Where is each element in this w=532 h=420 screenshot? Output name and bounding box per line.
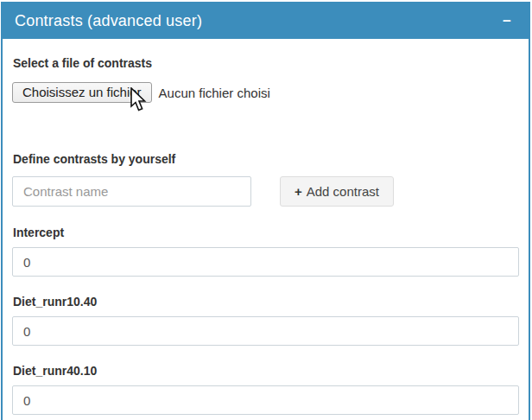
minus-icon: − [503,14,511,29]
contrast-field-intercept: Intercept [12,226,519,277]
file-section-label: Select a file of contrasts [13,56,519,70]
contrast-name-input[interactable] [12,176,251,207]
add-contrast-button[interactable]: + Add contrast [280,176,394,207]
panel-body: Select a file of contrasts Choisissez un… [3,39,529,420]
contrast-field-label: Diet_runr40.10 [13,364,519,378]
choose-file-button[interactable]: Choisissez un fichier [12,82,152,103]
contrast-field-label: Diet_runr10.40 [13,295,519,309]
plus-icon: + [294,184,302,199]
panel-title: Contrasts (advanced user) [15,12,202,30]
contrast-value-input-diet-runr10-40[interactable] [12,316,519,346]
contrast-field-diet-runr40-10: Diet_runr40.10 [12,364,519,415]
collapse-button[interactable]: − [497,3,516,39]
contrast-field-label: Intercept [13,226,519,239]
panel-header: Contrasts (advanced user) − [3,3,529,39]
contrasts-panel: Contrasts (advanced user) − Select a fil… [1,2,530,420]
define-contrast-row: + Add contrast [12,176,519,207]
contrasts-page: Contrasts (advanced user) − Select a fil… [0,0,532,420]
file-status-text: Aucun fichier choisi [159,86,270,100]
contrast-field-diet-runr10-40: Diet_runr10.40 [12,295,519,346]
file-input-row: Choisissez un fichier Aucun fichier choi… [12,82,519,103]
define-section-label: Define contrasts by yourself [13,152,519,166]
add-contrast-label: Add contrast [307,184,379,199]
contrast-value-input-intercept[interactable] [12,247,519,277]
contrast-value-input-diet-runr40-10[interactable] [12,385,519,415]
